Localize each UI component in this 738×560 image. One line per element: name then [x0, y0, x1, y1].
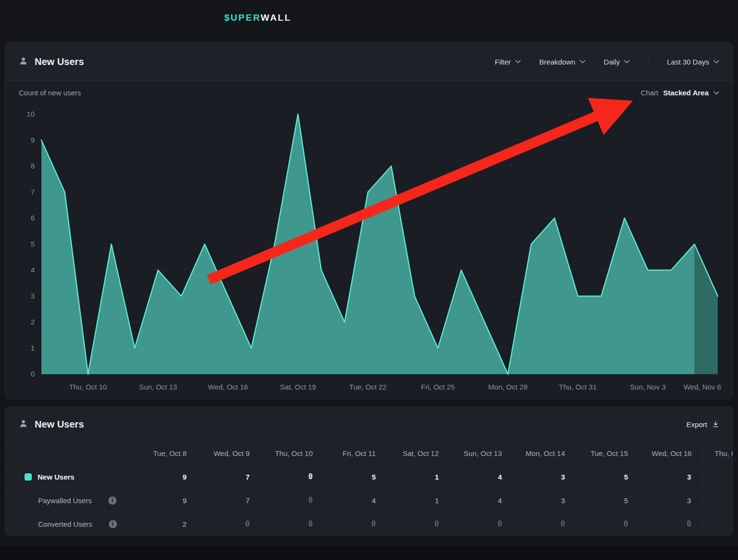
- table-cell: [703, 489, 733, 512]
- svg-text:Thu, Oct 10: Thu, Oct 10: [69, 383, 107, 391]
- svg-text:10: 10: [26, 110, 35, 118]
- table-cell: 0: [198, 512, 261, 536]
- table-cell: 4: [451, 465, 514, 489]
- svg-text:7: 7: [31, 188, 35, 196]
- table-corner-cell: [5, 442, 135, 465]
- svg-text:Sun, Nov 3: Sun, Nov 3: [630, 383, 666, 391]
- svg-text:Wed, Nov 6: Wed, Nov 6: [684, 383, 721, 391]
- chart-type-value: Stacked Area: [663, 89, 709, 97]
- top-navigation-bar: $UPERWALL: [0, 0, 738, 36]
- column-header: Sun, Oct 13: [451, 442, 514, 465]
- row-label: New Users: [38, 473, 75, 481]
- svg-text:Sun, Oct 13: Sun, Oct 13: [139, 383, 177, 391]
- table-cell: 7: [198, 489, 261, 512]
- export-label: Export: [686, 420, 707, 429]
- table-cell: 7: [198, 465, 261, 489]
- chevron-down-icon: [713, 60, 719, 64]
- column-header: Wed, Oct 9: [198, 442, 261, 465]
- svg-text:Fri, Oct 25: Fri, Oct 25: [421, 383, 455, 391]
- table-cell: 4: [451, 489, 514, 512]
- chevron-down-icon: [713, 91, 719, 95]
- logo-text-white: WALL: [261, 13, 292, 23]
- chart-subtitle: Count of new users: [19, 89, 81, 97]
- new-users-chart-card: New Users FilterBreakdownDailyLast 30 Da…: [5, 42, 733, 400]
- stacked-area-chart: 012345678910Thu, Oct 10Sun, Oct 13Wed, O…: [5, 100, 733, 399]
- export-button[interactable]: Export: [686, 420, 719, 429]
- chart-card-header: New Users FilterBreakdownDailyLast 30 Da…: [5, 43, 733, 80]
- table-cell: 3: [640, 465, 703, 489]
- series-swatch: [25, 473, 32, 481]
- svg-text:1: 1: [31, 344, 35, 352]
- row-label: Converted Users: [38, 520, 92, 528]
- daily-dropdown[interactable]: Daily: [604, 58, 630, 66]
- last-30-days-dropdown[interactable]: Last 30 Days: [667, 58, 719, 66]
- column-header: Wed, Oct 16: [640, 442, 703, 465]
- table-header-row: Tue, Oct 8Wed, Oct 9Thu, Oct 10Fri, Oct …: [5, 442, 733, 465]
- table-cell: [703, 512, 733, 536]
- table-row: Converted Usersi200000000: [5, 512, 733, 536]
- table-cell: 1: [388, 489, 451, 512]
- svg-text:Thu, Oct 31: Thu, Oct 31: [559, 383, 596, 391]
- column-header: Thu, O: [703, 442, 733, 465]
- info-icon[interactable]: i: [109, 520, 117, 528]
- svg-text:3: 3: [31, 292, 35, 300]
- download-icon: [712, 420, 719, 428]
- table-cell: 0: [324, 512, 388, 536]
- table-cell: 3: [514, 489, 577, 512]
- info-icon[interactable]: i: [108, 496, 117, 505]
- row-label: Paywalled Users: [38, 496, 92, 505]
- svg-text:9: 9: [31, 136, 35, 144]
- superwall-logo[interactable]: $UPERWALL: [224, 13, 291, 23]
- logo-text-teal: $UPER: [224, 13, 261, 23]
- filter-dropdown[interactable]: Filter: [495, 58, 521, 66]
- table-cell: 0: [451, 512, 514, 536]
- table-cell: [703, 465, 733, 489]
- chevron-down-icon: [580, 60, 585, 64]
- dropdown-label: Breakdown: [539, 58, 575, 66]
- table-cell: 0: [261, 465, 324, 489]
- user-icon: [19, 56, 28, 67]
- svg-text:6: 6: [31, 214, 35, 222]
- user-icon: [19, 419, 28, 430]
- chart-type-label: Chart: [641, 89, 659, 97]
- svg-text:4: 4: [31, 266, 35, 274]
- column-header: Thu, Oct 10: [261, 442, 324, 465]
- svg-text:2: 2: [31, 318, 35, 326]
- column-header: Tue, Oct 8: [135, 442, 198, 465]
- chart-controls: FilterBreakdownDailyLast 30 Days: [495, 56, 719, 67]
- table-cell: 0: [640, 512, 703, 536]
- breakdown-dropdown[interactable]: Breakdown: [539, 58, 585, 66]
- table-card-header: New Users Export: [5, 407, 733, 442]
- svg-text:Tue, Oct 22: Tue, Oct 22: [349, 383, 387, 391]
- table-cell: 1: [388, 465, 451, 489]
- dropdown-label: Daily: [604, 58, 620, 66]
- chevron-down-icon: [624, 60, 630, 64]
- bottom-strip: [0, 546, 738, 560]
- new-users-table: Tue, Oct 8Wed, Oct 9Thu, Oct 10Fri, Oct …: [5, 442, 733, 535]
- table-cell: 3: [640, 489, 703, 512]
- table-cell: 0: [514, 512, 577, 536]
- svg-text:8: 8: [31, 162, 35, 170]
- chart-card-title: New Users: [35, 56, 84, 67]
- chevron-down-icon: [515, 60, 521, 64]
- dropdown-label: Last 30 Days: [667, 58, 709, 66]
- table-cell: 0: [577, 512, 640, 536]
- column-header: Sat, Oct 12: [388, 442, 451, 465]
- table-cell: 9: [135, 465, 198, 489]
- table-row: Paywalled Usersi970414353: [5, 489, 733, 512]
- svg-text:0: 0: [31, 370, 35, 378]
- column-header: Tue, Oct 15: [577, 442, 640, 465]
- column-header: Fri, Oct 11: [324, 442, 388, 465]
- table-cell: 0: [388, 512, 451, 536]
- table-cell: 9: [135, 489, 198, 512]
- table-cell: 5: [577, 465, 640, 489]
- chart-type-dropdown[interactable]: Chart Stacked Area: [641, 89, 719, 97]
- table-cell: 2: [135, 512, 198, 536]
- table-cell: 0: [261, 512, 324, 536]
- chart-section: Count of new users Chart Stacked Area 01…: [5, 80, 733, 399]
- new-users-table-card: New Users Export Tue, Oct 8Wed, Oct 9Thu…: [5, 406, 733, 536]
- column-header: Mon, Oct 14: [514, 442, 577, 465]
- table-cell: 0: [261, 489, 324, 512]
- svg-text:Sat, Oct 19: Sat, Oct 19: [280, 383, 316, 391]
- table-cell: 5: [577, 489, 640, 512]
